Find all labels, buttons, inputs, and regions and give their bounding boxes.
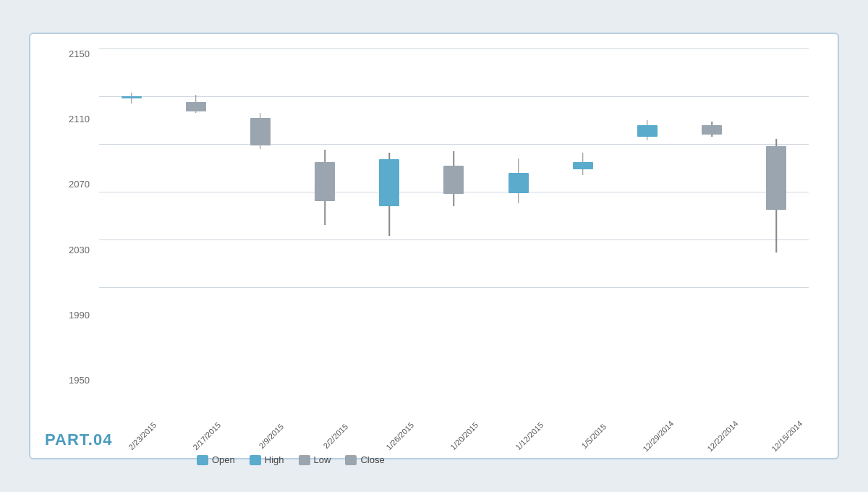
legend-item: High [250,454,284,465]
candle-body [250,118,271,145]
y-axis: 195019902030207021102150 [52,48,95,386]
x-axis-label: 2/17/2015 [185,415,228,457]
legend-label: Open [212,454,235,465]
x-axis-labels: 2/23/20152/17/20152/9/20152/2/20151/26/2… [99,409,809,423]
candle-group [427,48,480,287]
candle-body [379,159,399,205]
candle-body [443,166,464,195]
x-axis-label: 2/9/2015 [250,415,292,457]
x-axis-label: 12/15/2014 [765,415,808,457]
x-axis-label: 1/20/2015 [443,415,486,457]
candle-body [315,162,335,201]
legend-swatch [250,455,261,465]
y-axis-label: 2030 [52,245,95,255]
legend-label: Close [360,454,384,465]
y-axis-label: 2150 [52,48,95,59]
y-axis-label: 2070 [52,179,95,190]
candle-group [621,48,673,287]
y-axis-label: 1950 [52,375,95,386]
x-axis-label: 2/2/2015 [314,415,357,457]
legend-item: Open [197,454,235,465]
candle-group [299,48,351,287]
candle-body [122,96,142,98]
candle-group [363,48,415,287]
candle-body [766,146,786,209]
candle-group [170,48,222,287]
y-axis-label: 1990 [52,310,95,321]
legend-swatch [299,455,310,465]
chart-area: 195019902030207021102150 2/23/20152/17/2… [52,48,816,444]
candle-body [573,162,593,169]
candle-body [702,125,722,135]
candle-group [106,48,158,287]
x-axis-label: 2/23/2015 [121,415,163,457]
candle-group [750,48,802,287]
candle-group [493,48,545,287]
x-axis-label: 12/22/2014 [701,415,744,457]
chart-inner [99,48,809,291]
candle-body [509,173,529,193]
candles-row [99,48,809,291]
x-axis-label: 1/26/2015 [378,415,421,457]
candle-body [186,102,206,111]
legend-item: Close [345,454,384,465]
candle-group [557,48,609,287]
legend: OpenHighLowClose [197,454,385,465]
x-axis-label: 12/29/2014 [637,415,679,457]
candle-body [637,125,658,137]
legend-swatch [197,455,208,465]
legend-label: Low [314,454,331,465]
legend-swatch [345,455,357,465]
legend-item: Low [299,454,331,465]
x-axis-label: 1/12/2015 [508,415,550,457]
x-axis-label: 1/5/2015 [572,415,615,457]
legend-label: High [265,454,284,465]
candle-group [686,48,738,287]
candle-group [234,48,286,287]
part-label: PART.04 [45,430,112,449]
y-axis-label: 2110 [52,114,95,124]
chart-card: 195019902030207021102150 2/23/20152/17/2… [29,33,839,459]
